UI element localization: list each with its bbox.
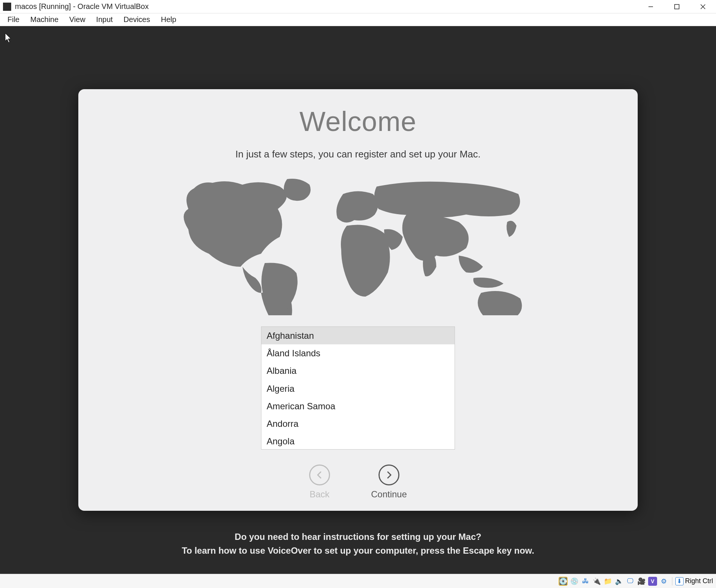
list-item[interactable]: American Samoa [261, 397, 455, 415]
svg-rect-1 [675, 4, 679, 9]
menu-help[interactable]: Help [156, 14, 181, 25]
host-key-indicator[interactable]: ⬇ Right Ctrl [672, 577, 713, 585]
back-button: Back [309, 465, 330, 500]
minimize-icon [648, 4, 654, 10]
maximize-icon [674, 4, 679, 9]
menu-devices[interactable]: Devices [118, 14, 155, 25]
setup-title: Welcome [299, 106, 417, 137]
shared-folder-icon[interactable]: 📁 [603, 577, 612, 586]
menu-input[interactable]: Input [91, 14, 118, 25]
video-capture-icon[interactable]: 🎥 [637, 577, 646, 586]
voiceover-hint: Do you need to hear instructions for set… [0, 530, 716, 557]
setup-subtitle: In just a few steps, you can register an… [235, 148, 481, 160]
close-icon [700, 4, 706, 10]
network-icon[interactable]: 🖧 [581, 577, 590, 586]
list-item[interactable]: Andorra [261, 415, 455, 432]
keyboard-capture-icon: ⬇ [675, 577, 684, 585]
guest-additions-icon[interactable]: ⚙ [659, 577, 668, 586]
menubar: File Machine View Input Devices Help [0, 13, 716, 26]
back-label: Back [310, 489, 329, 500]
list-item[interactable]: Albania [261, 362, 455, 379]
voiceover-line2: To learn how to use VoiceOver to set up … [0, 544, 716, 557]
list-item[interactable]: Algeria [261, 380, 455, 397]
host-key-label: Right Ctrl [685, 577, 713, 585]
window-minimize-button[interactable] [638, 0, 664, 13]
arrow-left-icon [309, 465, 330, 485]
optical-disk-icon[interactable]: 💿 [570, 577, 579, 586]
audio-icon[interactable]: 🔈 [615, 577, 624, 586]
menu-file[interactable]: File [2, 14, 25, 25]
menu-view[interactable]: View [64, 14, 91, 25]
list-item[interactable]: Afghanistan [261, 327, 455, 344]
window-titlebar: macos [Running] - Oracle VM VirtualBox [0, 0, 716, 13]
continue-button[interactable]: Continue [371, 465, 407, 500]
virtualbox-app-icon [3, 3, 11, 11]
menu-machine[interactable]: Machine [25, 14, 64, 25]
vm-display[interactable]: Welcome In just a few steps, you can reg… [0, 26, 716, 574]
window-close-button[interactable] [690, 0, 716, 13]
hard-disk-icon[interactable]: 💽 [559, 577, 568, 586]
vm-statusbar: 💽 💿 🖧 🔌 📁 🔈 🖵 🎥 V ⚙ ⬇ Right Ctrl [0, 574, 716, 588]
list-item[interactable]: Angola [261, 432, 455, 450]
world-map [168, 173, 548, 315]
display-icon[interactable]: 🖵 [626, 577, 635, 586]
recording-icon[interactable]: V [648, 577, 657, 586]
voiceover-line1: Do you need to hear instructions for set… [0, 530, 716, 544]
continue-label: Continue [371, 489, 407, 500]
setup-nav: Back Continue [309, 465, 407, 500]
mouse-cursor-icon [4, 33, 13, 43]
window-title: macos [Running] - Oracle VM VirtualBox [15, 2, 149, 11]
usb-icon[interactable]: 🔌 [592, 577, 601, 586]
list-item[interactable]: Åland Islands [261, 344, 455, 362]
macos-setup-card: Welcome In just a few steps, you can reg… [78, 89, 638, 511]
window-maximize-button[interactable] [664, 0, 690, 13]
country-list[interactable]: Afghanistan Åland Islands Albania Algeri… [261, 326, 455, 450]
arrow-right-icon [379, 465, 399, 485]
